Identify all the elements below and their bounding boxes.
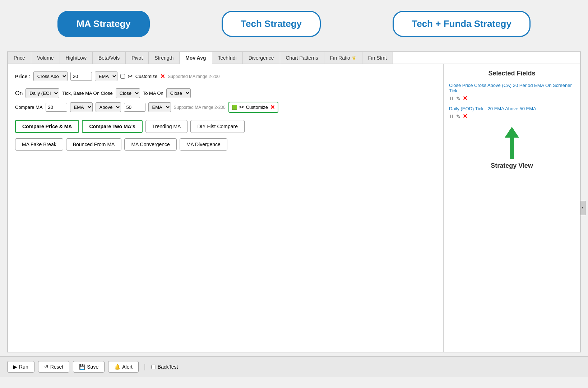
compare-ma-remove-icon[interactable]: ✕ <box>270 104 275 111</box>
bounced-from-ma-button[interactable]: Bounced From MA <box>66 138 122 151</box>
alert-button[interactable]: 🔔 Alert <box>108 361 139 373</box>
strategy-view-arrow: Strategy View <box>449 127 575 170</box>
compare-ma-customize-box: ✂ Customize ✕ <box>228 102 278 113</box>
price-customize-label: Customize <box>135 74 157 79</box>
tab-divergence[interactable]: Divergence <box>243 52 280 64</box>
tab-pivot[interactable]: Pivot <box>126 52 149 64</box>
backtest-label[interactable]: BackTest <box>151 364 178 370</box>
field1-remove-icon[interactable]: ✕ <box>463 95 467 102</box>
reset-icon: ↺ <box>44 364 48 370</box>
customize-scissors-icon: ✂ <box>128 73 133 80</box>
ma-strategy-button[interactable]: MA Strategy <box>57 11 150 37</box>
price-remove-icon[interactable]: ✕ <box>160 73 165 80</box>
strategy-view-label: Strategy View <box>491 162 533 170</box>
field2-pause-icon[interactable]: ⏸ <box>449 114 454 119</box>
btn-row-1: Compare Price & MA Compare Two MA's Tren… <box>15 120 436 133</box>
price-supported-text: Supported MA range 2-200 <box>168 74 219 79</box>
backtest-checkbox[interactable] <box>151 365 156 369</box>
compare-price-ma-button[interactable]: Compare Price & MA <box>15 120 79 133</box>
collapse-handle[interactable]: › <box>580 201 585 215</box>
tick-base-label: Tick, Base MA On Close <box>62 91 112 96</box>
left-panel: Price : Cross Abo EMA ✂ Customize ✕ Supp… <box>8 64 444 352</box>
compare-ma-label: Compare MA <box>15 105 43 110</box>
ma-divergence-button[interactable]: MA Divergence <box>180 138 227 151</box>
field1-icons: ⏸ ✎ ✕ <box>449 95 575 102</box>
selected-field-1: Close Price Cross Above (CA) 20 Period E… <box>449 83 575 102</box>
tab-bar: Price Volume High/Low Beta/Vols Pivot St… <box>8 52 580 64</box>
save-button[interactable]: 💾 Save <box>73 361 105 373</box>
price-customize-checkbox[interactable] <box>120 74 125 79</box>
selected-field-2: Daily (EOD) Tick - 20 EMA Above 50 EMA ⏸… <box>449 106 575 120</box>
tab-finratio[interactable]: Fin Ratio ♛ <box>324 52 362 64</box>
run-button[interactable]: ▶ Run <box>7 361 34 373</box>
field2-remove-icon[interactable]: ✕ <box>463 113 467 120</box>
price-period-input[interactable] <box>70 72 92 81</box>
tab-chartpatterns[interactable]: Chart Patterns <box>280 52 324 64</box>
bottom-toolbar: ▶ Run ↺ Reset 💾 Save 🔔 Alert | BackTest <box>0 356 588 377</box>
crown-icon: ♛ <box>352 55 356 61</box>
price-cross-select[interactable]: Cross Abo <box>33 71 68 81</box>
to-ma-on-select[interactable]: Close <box>166 88 191 98</box>
compare-ma-direction-select[interactable]: Above <box>96 102 121 112</box>
compare-ma-row: Compare MA EMA Above EMA Supported MA ra… <box>15 102 436 113</box>
price-ma-type-select[interactable]: EMA <box>95 71 117 81</box>
tab-finstmt[interactable]: Fin Stmt <box>362 52 393 64</box>
green-square-icon <box>232 105 237 110</box>
toolbar-separator: | <box>144 363 146 371</box>
arrow-up-icon <box>505 127 519 138</box>
tab-price[interactable]: Price <box>8 52 31 64</box>
btn-row-2: MA Fake Break Bounced From MA MA Converg… <box>15 138 436 151</box>
content-area: Price : Cross Abo EMA ✂ Customize ✕ Supp… <box>8 64 580 352</box>
selected-fields-title: Selected Fields <box>449 70 575 77</box>
alert-icon: 🔔 <box>114 364 120 370</box>
field1-edit-icon[interactable]: ✎ <box>456 96 460 101</box>
price-row: Price : Cross Abo EMA ✂ Customize ✕ Supp… <box>15 71 436 81</box>
compare-ma-period1-input[interactable] <box>46 103 67 112</box>
tech-funda-strategy-button[interactable]: Tech + Funda Strategy <box>393 11 531 37</box>
arrow-shaft <box>510 138 514 159</box>
on-tick-row: On Daily (EOI Tick, Base MA On Close Clo… <box>15 88 436 98</box>
on-label: On <box>15 90 23 97</box>
tab-betavols[interactable]: Beta/Vols <box>93 52 126 64</box>
field2-edit-icon[interactable]: ✎ <box>456 114 460 119</box>
right-panel: Selected Fields Close Price Cross Above … <box>444 64 580 352</box>
field2-icons: ⏸ ✎ ✕ <box>449 113 575 120</box>
price-label: Price : <box>15 74 31 79</box>
tab-highlow[interactable]: High/Low <box>60 52 93 64</box>
field1-pause-icon[interactable]: ⏸ <box>449 96 454 101</box>
compare-two-mas-button[interactable]: Compare Two MA's <box>82 120 142 133</box>
save-icon: 💾 <box>79 364 85 370</box>
field1-text: Close Price Cross Above (CA) 20 Period E… <box>449 83 575 93</box>
customize-scissors-icon2: ✂ <box>239 104 244 111</box>
tab-strength[interactable]: Strength <box>149 52 180 64</box>
compare-ma-period2-input[interactable] <box>124 103 145 112</box>
run-icon: ▶ <box>13 364 17 370</box>
top-header: MA Strategy Tech Strategy Tech + Funda S… <box>0 0 588 48</box>
field2-text: Daily (EOD) Tick - 20 EMA Above 50 EMA <box>449 106 575 111</box>
tab-techindi[interactable]: TechIndi <box>212 52 243 64</box>
reset-button[interactable]: ↺ Reset <box>38 361 70 373</box>
to-ma-on-label: To MA On <box>143 91 163 96</box>
compare-customize-label: Customize <box>246 105 268 110</box>
compare-ma-supported-text: Supported MA range 2-200 <box>174 105 226 110</box>
diy-hist-compare-button[interactable]: DIY Hist Compare <box>190 120 245 133</box>
base-ma-on-select[interactable]: Close <box>116 88 140 98</box>
trending-ma-button[interactable]: Trending MA <box>145 120 188 133</box>
ma-fake-break-button[interactable]: MA Fake Break <box>15 138 63 151</box>
tab-volume[interactable]: Volume <box>31 52 60 64</box>
main-container: Price Volume High/Low Beta/Vols Pivot St… <box>7 51 581 352</box>
compare-ma-type1-select[interactable]: EMA <box>70 102 93 112</box>
tick-type-select[interactable]: Daily (EOI <box>26 88 59 98</box>
tech-strategy-button[interactable]: Tech Strategy <box>222 11 321 37</box>
tab-movavg[interactable]: Mov Avg <box>180 52 212 64</box>
compare-ma-type2-select[interactable]: EMA <box>148 102 171 112</box>
ma-convergence-button[interactable]: MA Convergence <box>124 138 176 151</box>
